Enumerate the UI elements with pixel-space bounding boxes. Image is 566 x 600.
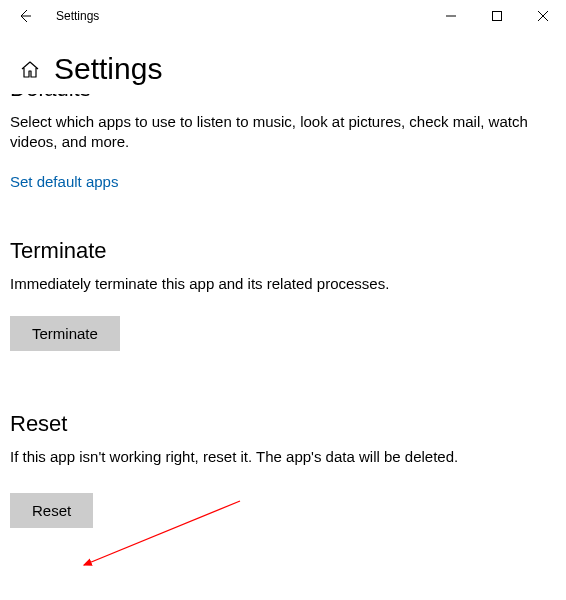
reset-heading: Reset — [10, 411, 556, 437]
terminate-section: Terminate Immediately terminate this app… — [10, 238, 556, 351]
home-icon[interactable] — [20, 59, 40, 79]
maximize-button[interactable] — [474, 0, 520, 32]
svg-rect-1 — [493, 12, 502, 21]
reset-button[interactable]: Reset — [10, 493, 93, 528]
reset-section: Reset If this app isn't working right, r… — [10, 411, 556, 528]
reset-description: If this app isn't working right, reset i… — [10, 447, 556, 467]
set-default-apps-link[interactable]: Set default apps — [10, 173, 118, 190]
back-button[interactable] — [8, 0, 40, 32]
terminate-button[interactable]: Terminate — [10, 316, 120, 351]
terminate-heading: Terminate — [10, 238, 556, 264]
terminate-description: Immediately terminate this app and its r… — [10, 274, 556, 294]
page-header: Settings — [0, 32, 566, 94]
titlebar: Settings — [0, 0, 566, 32]
defaults-heading-truncated: Defaults — [10, 94, 556, 106]
arrow-left-icon — [16, 8, 32, 24]
close-button[interactable] — [520, 0, 566, 32]
close-icon — [538, 11, 548, 21]
content-area: Defaults Select which apps to use to lis… — [0, 94, 566, 528]
minimize-button[interactable] — [428, 0, 474, 32]
maximize-icon — [492, 11, 502, 21]
minimize-icon — [446, 11, 456, 21]
defaults-description: Select which apps to use to listen to mu… — [10, 112, 556, 153]
page-title: Settings — [54, 52, 162, 86]
window-controls — [428, 0, 566, 32]
window-title: Settings — [56, 9, 99, 23]
